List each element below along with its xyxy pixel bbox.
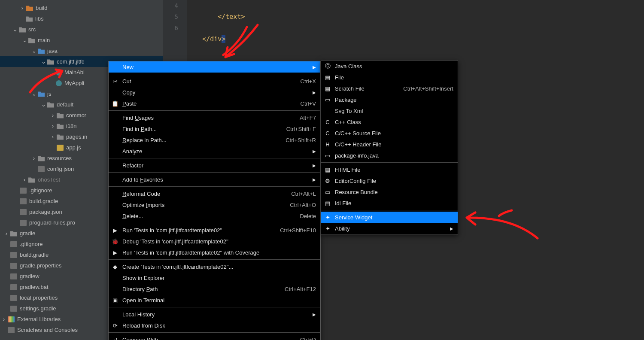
menu-item-reformat-code[interactable]: Reformat CodeCtrl+Alt+L bbox=[109, 188, 320, 199]
submenu-item-c-c-header-file[interactable]: HC/C++ Header File bbox=[321, 139, 458, 150]
blank-icon bbox=[111, 176, 119, 183]
tree-item-java[interactable]: ⌄java bbox=[0, 46, 163, 56]
menu-item-run-tests-in-com-jltf-jltfcardtemplate02[interactable]: ▶Run 'Tests in 'com.jltf.jltfcardtemplat… bbox=[109, 225, 320, 236]
tree-item-main[interactable]: ⌄main bbox=[0, 35, 163, 46]
menu-item-new[interactable]: New▶ bbox=[109, 61, 320, 73]
menu-item-create-tests-in-com-jltf-jltfcardtemplate02[interactable]: ◆Create 'Tests in 'com.jltf.jltfcardtemp… bbox=[109, 261, 320, 272]
file-icon bbox=[10, 284, 17, 290]
menu-item-compare-with[interactable]: ⇄Compare With...Ctrl+D bbox=[109, 334, 320, 340]
menu-shortcut: Ctrl+Shift+F bbox=[286, 126, 316, 132]
submenu-item-package[interactable]: ▭Package bbox=[321, 94, 458, 105]
submenu-arrow-icon: ▶ bbox=[313, 65, 316, 70]
gradle-file-icon bbox=[20, 198, 27, 204]
pkginfo-icon: ▭ bbox=[324, 152, 331, 159]
menu-label: Refactor bbox=[122, 162, 308, 169]
submenu-item-svg-to-xml[interactable]: Svg To Xml bbox=[321, 105, 458, 116]
menu-item-directory-path[interactable]: Directory PathCtrl+Alt+F12 bbox=[109, 283, 320, 294]
context-submenu-new[interactable]: ⒸJava Class▤File▤Scratch FileCtrl+Alt+Sh… bbox=[321, 60, 458, 234]
menu-label: Run 'Tests in 'com.jltf.jltfcardtemplate… bbox=[122, 227, 271, 234]
blank-icon bbox=[111, 64, 119, 70]
submenu-item-ability[interactable]: ✦Ability▶ bbox=[321, 223, 458, 234]
reload-icon: ⟳ bbox=[111, 322, 119, 329]
submenu-item-idl-file[interactable]: ▤Idl File bbox=[321, 197, 458, 209]
menu-item-cut[interactable]: ✂CutCtrl+X bbox=[109, 76, 320, 87]
menu-item-paste[interactable]: 📋PasteCtrl+V bbox=[109, 98, 320, 109]
menu-item-open-in-terminal[interactable]: ▣Open in Terminal bbox=[109, 294, 320, 306]
chevron-right-icon: › bbox=[21, 177, 27, 183]
menu-item-optimize-imports[interactable]: Optimize ImportsCtrl+Alt+O bbox=[109, 199, 320, 210]
tree-label: MainAbi bbox=[64, 67, 85, 78]
context-menu[interactable]: New▶✂CutCtrl+XCopy▶📋PasteCtrl+VFind Usag… bbox=[108, 61, 321, 340]
menu-label: Directory Path bbox=[122, 286, 276, 292]
cut-icon: ✂ bbox=[111, 78, 119, 85]
menu-item-replace-in-path[interactable]: Replace in Path...Ctrl+Shift+R bbox=[109, 134, 320, 146]
folder-icon bbox=[47, 102, 54, 108]
menu-item-run-tests-in-com-jltf-jltfcardtemplate02-with-coverage[interactable]: ▶Run 'Tests in 'com.jltf.jltfcardtemplat… bbox=[109, 247, 320, 258]
idl-icon: ▤ bbox=[324, 200, 331, 206]
submenu-item-scratch-file[interactable]: ▤Scratch FileCtrl+Alt+Shift+Insert bbox=[321, 83, 458, 94]
menu-label: Java Class bbox=[335, 63, 453, 70]
menu-item-delete[interactable]: Delete...Delete bbox=[109, 210, 320, 222]
submenu-arrow-icon: ▶ bbox=[313, 177, 316, 182]
menu-label: Analyze bbox=[122, 148, 308, 155]
tree-label: External Libraries bbox=[17, 314, 61, 325]
menu-label: Local History bbox=[122, 311, 308, 318]
submenu-item-editorconfig-file[interactable]: ⚙EditorConfig File bbox=[321, 175, 458, 186]
folder-icon bbox=[57, 112, 64, 118]
menu-item-refactor[interactable]: Refactor▶ bbox=[109, 160, 320, 171]
folder-icon bbox=[38, 91, 45, 97]
submenu-item-package-info-java[interactable]: ▭package-info.java bbox=[321, 150, 458, 161]
menu-label: New bbox=[122, 64, 308, 70]
tree-label: Scratches and Consoles bbox=[17, 325, 78, 335]
tree-label: build.gradle bbox=[20, 249, 49, 260]
folder-icon bbox=[57, 123, 64, 129]
chevron-right-icon: › bbox=[50, 123, 56, 129]
editor-code[interactable]: </text> </div> bbox=[187, 0, 245, 67]
menu-label: Optimize Imports bbox=[122, 202, 281, 208]
chevron-down-icon: ⌄ bbox=[21, 37, 27, 43]
menu-label: Cut bbox=[122, 78, 292, 85]
js-file-icon bbox=[57, 145, 64, 151]
chevron-down-icon: ⌄ bbox=[40, 102, 46, 108]
tree-item-build[interactable]: ›build bbox=[0, 3, 163, 13]
submenu-item-c-class[interactable]: CC++ Class bbox=[321, 116, 458, 128]
blank-icon bbox=[111, 148, 119, 155]
menu-label: Reformat Code bbox=[122, 191, 283, 197]
json-file-icon bbox=[20, 209, 27, 215]
menu-label: Scratch File bbox=[335, 85, 395, 92]
menu-label: Paste bbox=[122, 100, 292, 107]
folder-icon bbox=[19, 27, 26, 33]
submenu-item-c-c-source-file[interactable]: CC/C++ Source File bbox=[321, 128, 458, 139]
menu-item-find-usages[interactable]: Find UsagesAlt+F7 bbox=[109, 112, 320, 123]
submenu-item-java-class[interactable]: ⒸJava Class bbox=[321, 61, 458, 72]
file-icon bbox=[20, 188, 27, 194]
terminal-icon: ▣ bbox=[111, 297, 119, 304]
folder-icon bbox=[57, 134, 64, 140]
submenu-item-file[interactable]: ▤File bbox=[321, 72, 458, 83]
tree-label: libs bbox=[35, 13, 44, 24]
menu-item-find-in-path[interactable]: Find in Path...Ctrl+Shift+F bbox=[109, 123, 320, 134]
paste-icon: 📋 bbox=[111, 100, 119, 107]
submenu-item-html-file[interactable]: ▤HTML File bbox=[321, 164, 458, 175]
menu-item-add-to-favorites[interactable]: Add to Favorites▶ bbox=[109, 174, 320, 185]
blank-icon bbox=[111, 89, 119, 96]
menu-item-copy[interactable]: Copy▶ bbox=[109, 87, 320, 98]
menu-item-show-in-explorer[interactable]: Show in Explorer bbox=[109, 272, 320, 283]
submenu-arrow-icon: ▶ bbox=[313, 149, 316, 154]
menu-item-reload-from-disk[interactable]: ⟳Reload from Disk bbox=[109, 320, 320, 331]
tree-label: default bbox=[57, 99, 73, 110]
tree-label: gradlew.bat bbox=[20, 282, 49, 292]
hpp-icon: H bbox=[324, 141, 331, 148]
menu-item-analyze[interactable]: Analyze▶ bbox=[109, 146, 320, 157]
tree-item-libs[interactable]: libs bbox=[0, 13, 163, 24]
chevron-down-icon: ⌄ bbox=[12, 27, 18, 33]
submenu-item-resource-bundle[interactable]: ▭Resource Bundle bbox=[321, 186, 458, 197]
submenu-item-service-widget[interactable]: ✦Service Widget bbox=[321, 212, 458, 223]
menu-item-debug-tests-in-com-jltf-jltfcardtemplate02[interactable]: 🐞Debug 'Tests in 'com.jltf.jltfcardtempl… bbox=[109, 236, 320, 247]
menu-label: HTML File bbox=[335, 167, 453, 173]
menu-label: Svg To Xml bbox=[335, 108, 453, 114]
menu-label: Delete... bbox=[122, 213, 291, 219]
menu-item-local-history[interactable]: Local History▶ bbox=[109, 309, 320, 320]
tree-label: java bbox=[47, 46, 58, 56]
tree-item-src[interactable]: ⌄src bbox=[0, 24, 163, 35]
